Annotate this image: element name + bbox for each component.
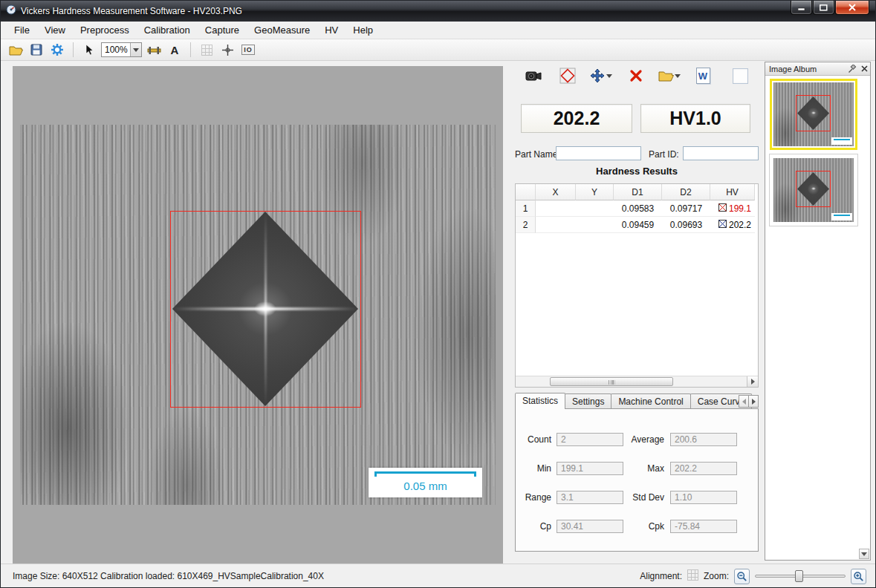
- col-x[interactable]: X: [536, 184, 576, 200]
- minimize-button[interactable]: [791, 1, 812, 15]
- col-hv[interactable]: HV: [710, 184, 755, 200]
- zoom-in-button[interactable]: [851, 569, 866, 584]
- main-toolbar: 100% A IO: [1, 39, 875, 61]
- thumbnail-image: [773, 82, 854, 146]
- indent-marker-icon: [718, 203, 727, 214]
- grid-overlay-button[interactable]: [198, 41, 215, 59]
- min-label: Min: [516, 462, 551, 475]
- delete-measurement-button[interactable]: [626, 66, 646, 85]
- toolbar-separator: [190, 42, 191, 57]
- measure-indent-button[interactable]: [558, 66, 577, 85]
- thumbnail-image: [773, 158, 854, 222]
- scroll-right-button[interactable]: [747, 376, 758, 387]
- count-field: 2: [557, 433, 623, 446]
- zoom-out-button[interactable]: [734, 569, 750, 584]
- image-viewer-panel: 0.05 mm: [13, 66, 503, 564]
- menu-hv[interactable]: HV: [317, 22, 345, 38]
- save-button[interactable]: [27, 41, 45, 59]
- menu-calibration[interactable]: Calibration: [137, 22, 198, 38]
- bottom-tab-strip: Statistics Settings Machine Control Case…: [515, 393, 759, 409]
- chevron-down-icon[interactable]: [130, 43, 141, 56]
- word-icon: W: [696, 68, 710, 84]
- range-field: 3.1: [557, 491, 623, 504]
- hardness-scale-display: HV1.0: [640, 104, 750, 133]
- average-field: 200.6: [670, 433, 737, 446]
- blank-tool-button[interactable]: [730, 66, 750, 85]
- menu-preprocess[interactable]: Preprocess: [73, 22, 137, 38]
- zoom-level-value: 100%: [102, 43, 130, 56]
- title-bar[interactable]: Vickers Hardness Measurement Software - …: [1, 1, 875, 22]
- micrograph-canvas[interactable]: 0.05 mm: [20, 125, 496, 505]
- alignment-grid-icon[interactable]: [687, 569, 698, 584]
- open-file-button[interactable]: [7, 41, 25, 59]
- cpk-field: -75.84: [670, 520, 737, 533]
- zoom-slider-handle[interactable]: [795, 570, 803, 582]
- min-field: 199.1: [557, 462, 623, 475]
- scrollbar-thumb[interactable]: [550, 377, 673, 386]
- indent-marker-icon: [718, 220, 727, 230]
- max-field: 202.2: [670, 462, 737, 475]
- zoom-level-combobox[interactable]: 100%: [101, 42, 142, 57]
- col-y[interactable]: Y: [576, 184, 614, 200]
- part-id-label: Part ID:: [649, 148, 679, 161]
- cp-field: 30.41: [557, 520, 623, 533]
- menu-help[interactable]: Help: [345, 22, 380, 38]
- measurement-selection-box[interactable]: [170, 211, 361, 408]
- status-info: Image Size: 640X512 Calibration loaded: …: [13, 564, 324, 588]
- table-row[interactable]: 1 0.09583 0.09717 199.1: [516, 200, 758, 217]
- max-label: Max: [620, 462, 664, 475]
- tab-scroll-right-button[interactable]: [748, 395, 759, 408]
- table-row[interactable]: 2 0.09459 0.09693 202.2: [516, 217, 758, 233]
- scale-label: 0.05 mm: [369, 480, 482, 492]
- col-d1[interactable]: D1: [614, 184, 662, 200]
- tab-statistics[interactable]: Statistics: [515, 393, 565, 409]
- hardness-results-table: X Y D1 D2 HV 1 0.09583 0.09717 199.1 2: [515, 183, 759, 388]
- io-overlay-button[interactable]: IO: [239, 41, 257, 59]
- open-image-dropdown[interactable]: [672, 66, 682, 85]
- album-title: Image Album: [765, 65, 846, 74]
- scale-bracket: [374, 471, 476, 477]
- part-id-input[interactable]: [683, 146, 759, 160]
- part-name-input[interactable]: [556, 146, 641, 160]
- tab-settings[interactable]: Settings: [565, 393, 611, 409]
- menu-view[interactable]: View: [37, 22, 73, 38]
- blank-icon: [733, 68, 748, 84]
- pin-icon[interactable]: [846, 63, 858, 75]
- menu-bar: File View Preprocess Calibration Capture…: [1, 22, 875, 39]
- status-bar: Image Size: 640X512 Calibration loaded: …: [1, 564, 875, 588]
- scale-bar: 0.05 mm: [369, 468, 482, 497]
- application-window: Vickers Hardness Measurement Software - …: [0, 0, 876, 588]
- window-title: Vickers Hardness Measurement Software - …: [21, 6, 242, 16]
- toolbar-separator: [73, 42, 74, 57]
- results-title: Hardness Results: [513, 166, 760, 177]
- cpk-label: Cpk: [620, 520, 664, 533]
- album-scroll-down-button[interactable]: [859, 549, 869, 559]
- menu-file[interactable]: File: [7, 22, 37, 38]
- close-button[interactable]: [835, 1, 869, 15]
- col-d2[interactable]: D2: [662, 184, 710, 200]
- album-thumbnail[interactable]: [770, 154, 857, 226]
- tab-scroll-left-button[interactable]: [739, 395, 749, 408]
- close-icon[interactable]: [858, 63, 870, 75]
- menu-geomeasure[interactable]: GeoMeasure: [247, 22, 317, 38]
- crosshair-overlay-button[interactable]: [218, 41, 236, 59]
- part-name-label: Part Name:: [515, 148, 560, 161]
- settings-gear-button[interactable]: [48, 41, 66, 59]
- capture-camera-button[interactable]: [524, 66, 543, 85]
- maximize-button[interactable]: [813, 1, 834, 15]
- table-horizontal-scrollbar[interactable]: [516, 376, 758, 387]
- cp-label: Cp: [516, 520, 551, 533]
- export-word-button[interactable]: W: [693, 66, 713, 85]
- text-annotation-button[interactable]: A: [166, 41, 184, 59]
- average-label: Average: [620, 433, 664, 446]
- measure-tool-button[interactable]: [145, 41, 163, 59]
- table-header-row: X Y D1 D2 HV: [516, 184, 758, 200]
- count-label: Count: [516, 433, 551, 446]
- select-cursor-button[interactable]: [80, 41, 98, 59]
- tab-machine-control[interactable]: Machine Control: [611, 393, 690, 409]
- move-marker-dropdown[interactable]: [604, 66, 614, 85]
- album-thumbnail-selected[interactable]: [770, 79, 857, 150]
- menu-capture[interactable]: Capture: [198, 22, 247, 38]
- hardness-value-display: 202.2: [521, 104, 632, 133]
- zoom-slider[interactable]: [755, 569, 846, 583]
